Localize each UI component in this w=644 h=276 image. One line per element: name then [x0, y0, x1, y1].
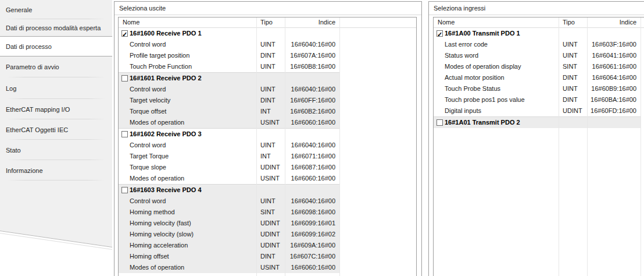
object-index: 16#607C:16#00	[285, 251, 335, 262]
pdo-group-row[interactable]: 16#1A00 Transmit PDO 1	[434, 28, 641, 39]
pdo-item-row[interactable]: Modes of operationUSINT16#6060:16#00	[119, 117, 339, 128]
pdo-group-row[interactable]: 16#1A01 Transmit PDO 2	[434, 117, 641, 128]
object-name: Touch Probe Status	[445, 83, 500, 94]
pdo-group-label: 16#1A00 Transmit PDO 1	[445, 28, 520, 39]
column-header-tipo[interactable]: Tipo	[563, 19, 575, 26]
object-name: Last error code	[445, 39, 488, 50]
pdo-item-row[interactable]: Homing velocity (slow)UDINT16#6099:16#02	[119, 229, 339, 240]
sidebar-item-generale[interactable]: Generale	[0, 0, 112, 19]
checkbox-unchecked-icon[interactable]	[437, 119, 443, 126]
object-type: UDINT	[260, 162, 280, 173]
checkbox-checked-icon[interactable]	[121, 30, 128, 37]
sidebar-item-ethercat-mapping-i-o[interactable]: EtherCAT mapping I/O	[0, 99, 112, 119]
pdo-item-row[interactable]: Last error codeUINT16#603F:16#00	[434, 39, 641, 50]
object-name: Homing acceleration	[130, 240, 188, 251]
pdo-item-row[interactable]: Touch Probe StatusUINT16#60B9:16#00	[434, 83, 641, 94]
column-gridline	[339, 17, 340, 276]
column-header-nome[interactable]: Nome	[438, 19, 455, 26]
pdo-group-row[interactable]: 16#1602 Receive PDO 3	[119, 129, 339, 140]
object-name: Torque slope	[130, 162, 166, 173]
object-type: USINT	[260, 173, 280, 184]
object-type: UINT	[260, 196, 276, 207]
pdo-item-row[interactable]: Modes of operationUSINT16#6060:16#00	[119, 173, 339, 184]
object-index: 16#6040:16#00	[285, 39, 335, 50]
pdo-item-row[interactable]: Control wordUINT16#6040:16#00	[119, 196, 339, 207]
object-type: UINT	[563, 50, 578, 61]
pdo-item-row[interactable]: Control wordUINT16#6040:16#00	[119, 140, 339, 151]
checkbox-unchecked-icon[interactable]	[121, 75, 128, 82]
pdo-item-row[interactable]: Torque offsetINT16#60B2:16#00	[119, 106, 339, 117]
checkbox-unchecked-icon[interactable]	[121, 131, 128, 137]
pdo-group-label: 16#1603 Receive PDO 4	[130, 185, 202, 196]
pdo-group-row[interactable]: 16#1601 Receive PDO 2	[119, 73, 339, 84]
sidebar-item-informazione[interactable]: Informazione	[0, 160, 112, 181]
pdo-item-row[interactable]: Control wordUINT16#6040:16#00	[119, 39, 339, 50]
pdo-group-row[interactable]: 16#1603 Receive PDO 4	[119, 185, 339, 196]
pdo-item-row[interactable]: Status wordUINT16#6041:16#00	[434, 50, 641, 61]
pdo-item-row[interactable]: Homing accelerationUDINT16#609A:16#00	[119, 240, 339, 251]
sidebar-item-dati-di-processo[interactable]: Dati di processo	[0, 36, 114, 56]
object-index: 16#60B9:16#00	[587, 83, 636, 94]
object-name: Status word	[445, 50, 478, 61]
pdo-item-row[interactable]: Modes of operation displaySINT16#6061:16…	[434, 61, 641, 72]
object-name: Control word	[130, 196, 166, 207]
checkbox-checked-icon[interactable]	[437, 30, 443, 37]
object-type: UINT	[260, 61, 276, 72]
object-index: 16#60B8:16#00	[285, 61, 335, 72]
object-index: 16#609A:16#00	[285, 240, 335, 251]
pdo-item-row[interactable]: Profile target positionDINT16#607A:16#00	[119, 50, 339, 61]
object-index: 16#6040:16#00	[285, 140, 335, 151]
object-name: Control word	[130, 39, 166, 50]
inputs-panel-title: Seleziona ingressi	[429, 2, 644, 15]
sidebar-item-divider	[7, 180, 106, 181]
sidebar-item-log[interactable]: Log	[0, 77, 112, 99]
checkbox-unchecked-icon[interactable]	[121, 187, 128, 193]
object-type: USINT	[260, 117, 280, 128]
column-header-indice[interactable]: Indice	[587, 19, 636, 26]
object-type: UDINT	[260, 229, 280, 240]
sidebar-item-label: Informazione	[6, 167, 43, 174]
object-type: DINT	[563, 72, 578, 83]
column-gridline	[559, 17, 559, 276]
table-header-row: NomeTipoIndice	[434, 17, 644, 28]
object-name: Control word	[130, 140, 166, 151]
pdo-group: 16#1601 Receive PDO 2Control wordUINT16#…	[119, 72, 339, 128]
object-type: UINT	[563, 39, 578, 50]
pdo-item-row[interactable]: Homing velocity (fast)UDINT16#6099:16#01	[119, 218, 339, 229]
outputs-panel: Seleziona uscite NomeTipoIndice16#1600 R…	[114, 1, 422, 276]
object-type: UINT	[260, 39, 276, 50]
pdo-item-row[interactable]: Digital inputsUDINT16#60FD:16#00	[434, 105, 641, 116]
object-name: Modes of operation display	[445, 61, 521, 72]
sidebar-item-ethercat-oggetti-iec[interactable]: EtherCAT Oggetti IEC	[0, 119, 112, 140]
object-type: UINT	[260, 84, 276, 95]
column-header-indice[interactable]: Indice	[285, 19, 335, 26]
pdo-item-row[interactable]: Target velocityDINT16#60FF:16#00	[119, 95, 339, 106]
object-name: Modes of operation	[130, 262, 184, 273]
pdo-item-row[interactable]: Touch Probe FunctionUINT16#60B8:16#00	[119, 61, 339, 72]
pdo-group-row[interactable]: 16#1600 Receive PDO 1	[119, 28, 339, 39]
sidebar-item-label: Dati di processo modalità esperta	[6, 24, 101, 31]
column-header-tipo[interactable]: Tipo	[260, 19, 273, 26]
object-type: DINT	[260, 251, 276, 262]
sidebar-item-stato[interactable]: Stato	[0, 140, 112, 160]
object-name: Modes of operation	[130, 117, 184, 128]
pdo-item-row[interactable]: Homing methodSINT16#6098:16#00	[119, 207, 339, 218]
pdo-item-row[interactable]: Actual motor positionDINT16#6064:16#00	[434, 72, 641, 83]
object-index: 16#60BA:16#00	[587, 94, 636, 105]
pdo-group-label: 16#1602 Receive PDO 3	[130, 129, 202, 140]
column-header-nome[interactable]: Nome	[123, 19, 139, 26]
pdo-group: 16#1A01 Transmit PDO 2	[434, 116, 641, 128]
pdo-item-row[interactable]: Target TorqueINT16#6071:16#00	[119, 151, 339, 162]
inputs-panel: Seleziona ingressi NomeTipoIndice16#1A00…	[428, 1, 644, 276]
sidebar-item-dati-di-processo-modalit-esperta[interactable]: Dati di processo modalità esperta	[0, 19, 112, 36]
object-name: Torque offset	[130, 106, 166, 117]
pdo-item-row[interactable]: Touch probe pos1 pos valueDINT16#60BA:16…	[434, 94, 641, 105]
sidebar-diagonal-edge	[0, 221, 116, 256]
object-index: 16#60FD:16#00	[587, 105, 636, 116]
pdo-item-row[interactable]: Homing offsetDINT16#607C:16#00	[119, 251, 339, 262]
pdo-item-row[interactable]: Torque slopeUDINT16#6087:16#00	[119, 162, 339, 173]
object-index: 16#6040:16#00	[285, 84, 335, 95]
pdo-item-row[interactable]: Modes of operationUSINT16#6060:16#00	[119, 262, 339, 273]
sidebar-item-parametro-di-avvio[interactable]: Parametro di avvio	[0, 56, 112, 77]
pdo-item-row[interactable]: Control wordUINT16#6040:16#00	[119, 84, 339, 95]
